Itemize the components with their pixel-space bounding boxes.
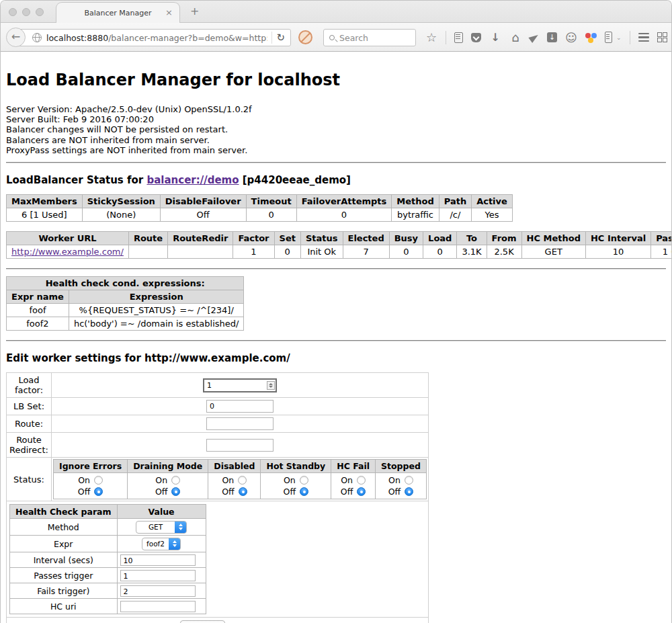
page-content: Load Balancer Manager for localhost Serv… — [1, 52, 671, 623]
cell-to: 3.1K — [457, 245, 487, 259]
content-blocked-icon[interactable] — [298, 30, 312, 44]
url-path: /balancer-manager?b=demo&w=http://www.ex… — [108, 33, 267, 43]
col-hc-interval: HC Interval — [585, 232, 650, 245]
ignore-errors-off-radio[interactable] — [94, 487, 103, 496]
close-window-button[interactable] — [9, 8, 17, 16]
tab-groups-icon[interactable] — [657, 32, 667, 42]
home-icon[interactable]: ⌂ — [509, 32, 521, 44]
url-bar[interactable]: localhost:8880/balancer-manager?b=demo&w… — [17, 29, 291, 46]
route-input[interactable] — [206, 417, 274, 430]
reload-button[interactable]: ↻ — [276, 32, 290, 44]
method-select[interactable]: GET — [136, 521, 187, 534]
route-redirect-input[interactable] — [206, 439, 274, 452]
form-row-lb-set: LB Set: 0 — [7, 398, 429, 415]
cell-disablefailover: Off — [160, 208, 246, 222]
minimize-window-button[interactable] — [22, 8, 30, 16]
status-cell-ignore-errors: On Off — [54, 473, 128, 499]
balancer-link[interactable]: balancer://demo — [146, 174, 239, 186]
status-label: Status: — [7, 458, 52, 501]
chevron-down-icon[interactable]: ⌄ — [616, 34, 622, 41]
col-timeout: Timeout — [246, 195, 296, 208]
stopped-on-radio[interactable] — [405, 476, 413, 485]
reading-list-icon[interactable] — [454, 32, 463, 43]
col-route: Route — [128, 232, 167, 245]
number-stepper-icon[interactable] — [267, 381, 275, 390]
cell-busy: 0 — [389, 245, 423, 259]
interval-label: Interval (secs) — [10, 552, 118, 568]
search-bar[interactable]: Search — [323, 29, 416, 46]
edit-worker-heading: Edit worker settings for http://www.exam… — [6, 352, 666, 364]
draining-mode-off-radio[interactable] — [171, 487, 180, 496]
ignore-errors-on-radio[interactable] — [94, 476, 103, 485]
pocket-icon[interactable] — [471, 33, 481, 42]
url-text[interactable]: localhost:8880/balancer-manager?b=demo&w… — [46, 33, 267, 43]
off-label: Off — [78, 486, 90, 497]
on-label: On — [155, 474, 167, 486]
col-routeredir: RouteRedir — [168, 232, 233, 245]
menu-icon[interactable] — [638, 33, 649, 42]
disabled-off-radio[interactable] — [239, 487, 247, 496]
hc-fail-off-radio[interactable] — [357, 487, 366, 496]
lb-set-input[interactable]: 0 — [206, 400, 274, 413]
cell-expression-foof: %{REQUEST_STATUS} =~ /^[234]/ — [69, 304, 244, 317]
extension-dots-icon[interactable] — [585, 32, 597, 43]
maximize-window-button[interactable] — [36, 8, 44, 16]
col-expression: Expression — [69, 290, 244, 304]
hc-uri-input[interactable] — [120, 601, 196, 612]
globe-icon — [32, 33, 42, 42]
status-table: Ignore Errors Draining Mode Disabled Hot… — [53, 459, 427, 499]
on-label: On — [341, 474, 353, 486]
off-label: Off — [155, 486, 167, 497]
expr-select[interactable]: foof2 — [142, 538, 181, 550]
load-factor-label: Load factor: — [7, 373, 52, 398]
hot-standby-off-radio[interactable] — [300, 487, 308, 496]
on-label: On — [284, 474, 296, 486]
cell-timeout: 0 — [246, 208, 296, 222]
col-factor: Factor — [233, 232, 274, 245]
worker-url-link[interactable]: http://www.example.com/ — [11, 247, 124, 257]
clipboard-extension-icon[interactable] — [605, 32, 612, 43]
feedback-smiley-icon[interactable]: ☺ — [565, 32, 577, 44]
tab-balancer-manager[interactable]: Balancer Manager × — [56, 2, 180, 23]
new-tab-button[interactable]: + — [190, 6, 199, 17]
send-tab-icon[interactable] — [528, 32, 540, 42]
cell-expression-foof2: hc('body') =~ /domain is established/ — [69, 317, 244, 331]
form-row-route: Route: — [7, 415, 429, 433]
off-label: Off — [222, 486, 234, 497]
cell-load: 0 — [423, 245, 457, 259]
window-controls[interactable] — [9, 8, 44, 16]
back-button[interactable]: ← — [6, 28, 26, 47]
toolbar-divider — [446, 31, 446, 44]
interval-input[interactable]: 10 — [120, 554, 196, 566]
divider — [6, 340, 666, 341]
bookmark-star-icon[interactable]: ☆ — [425, 32, 437, 44]
save-page-icon[interactable]: ↓ — [547, 32, 557, 42]
loadbalancer-status-heading: LoadBalancer Status for balancer://demo … — [6, 174, 666, 186]
heading-prefix: LoadBalancer Status for — [6, 174, 146, 186]
stopped-off-radio[interactable] — [405, 487, 413, 496]
col-hot-standby: Hot Standby — [261, 460, 331, 473]
cell-hc-interval: 10 — [585, 245, 650, 259]
submit-button[interactable]: Submit — [180, 620, 225, 623]
hc-row-hc-uri: HC uri — [10, 599, 206, 614]
load-factor-input[interactable]: 1 — [203, 378, 277, 392]
route-redirect-label: Route Redirect: — [7, 433, 52, 458]
tab-close-icon[interactable]: × — [165, 8, 173, 17]
draining-mode-on-radio[interactable] — [171, 476, 180, 485]
status-cell-disabled: On Off — [208, 473, 261, 499]
cell-hc-method: GET — [521, 245, 585, 259]
cell-route — [128, 245, 167, 259]
col-elected: Elected — [343, 232, 389, 245]
hot-standby-on-radio[interactable] — [300, 476, 308, 485]
passes-input[interactable]: 1 — [120, 570, 196, 581]
url-domain: localhost:8880 — [46, 33, 108, 43]
cell-factor: 1 — [233, 245, 274, 259]
fails-input[interactable]: 2 — [120, 585, 196, 597]
hc-uri-label: HC uri — [10, 599, 118, 614]
on-label: On — [222, 474, 234, 486]
disabled-on-radio[interactable] — [238, 476, 247, 485]
tab-bar: Balancer Manager × + — [1, 1, 671, 23]
hc-fail-on-radio[interactable] — [357, 476, 366, 485]
downloads-icon[interactable]: ↓ — [489, 32, 501, 44]
status-cell-hot-standby: On Off — [261, 473, 331, 499]
